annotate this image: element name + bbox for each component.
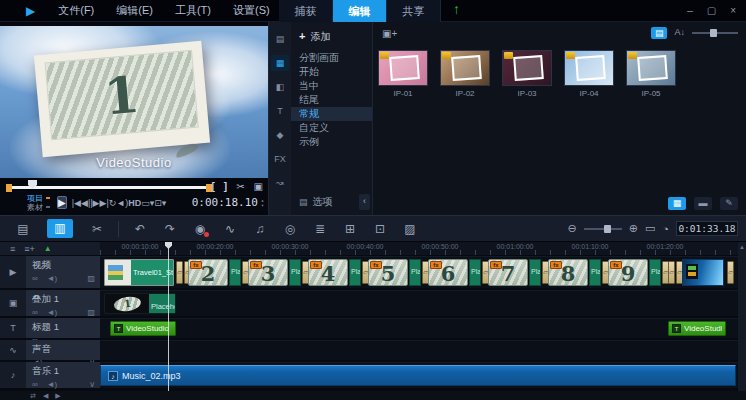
category-item[interactable]: 示例 [291, 135, 372, 149]
add-template-button[interactable]: +添加 [291, 22, 372, 51]
collapse-panel-button[interactable]: ‹ [359, 194, 370, 210]
gallery-view-toggle[interactable]: ▤ [651, 27, 668, 39]
tab-edit[interactable]: 编辑 [333, 0, 387, 22]
minimize-button[interactable]: – [687, 0, 693, 22]
duration-clock-icon[interactable]: ◔ [662, 223, 669, 235]
zoom-out-icon[interactable]: ⊖ [568, 222, 577, 235]
mode-clip[interactable]: 素材 [27, 203, 57, 212]
multi-trim-icon[interactable]: ✂ [82, 219, 112, 239]
intro-clip[interactable]: Travel01_Start [104, 259, 174, 286]
auto-music-icon[interactable]: ♫ [245, 219, 275, 239]
track-header-music[interactable]: ♪ 音乐 1∞◄)∨ [0, 362, 100, 388]
track-header-voice[interactable]: ∿ 声音◄)∨ [0, 340, 100, 360]
ripple-edit-icon[interactable]: ▲ [44, 244, 52, 253]
swap-track-view-icon[interactable]: ⇄ [30, 392, 36, 400]
music-clip[interactable]: ♪ Music_02.mp3 [100, 365, 736, 386]
close-button[interactable]: × [730, 0, 736, 22]
trim-handle-left[interactable] [6, 184, 12, 192]
show-options-toggle[interactable]: ▬ [694, 197, 712, 210]
template-thumbnail[interactable]: IP-04 [564, 50, 614, 98]
motion-tracking-icon[interactable]: ◎ [275, 219, 305, 239]
library-nav-instant-project[interactable]: ▦ [271, 55, 289, 71]
menu-tools[interactable]: 工具(T) [164, 3, 222, 18]
preview-options-button[interactable]: ⊡▾ [154, 198, 166, 208]
library-nav-motion-path[interactable]: ↝ [271, 175, 289, 191]
menu-settings[interactable]: 设置(S) [222, 3, 281, 18]
scroll-left-icon[interactable]: ◀ [43, 392, 48, 400]
category-item[interactable]: 结尾 [291, 93, 372, 107]
overlay-clip[interactable]: 1 Placeholder [104, 293, 176, 314]
timeline-playhead[interactable] [168, 242, 169, 391]
tab-capture[interactable]: 捕获 [279, 0, 333, 22]
display-ratio-button[interactable]: ▭▾ [141, 198, 154, 208]
track-link-icon[interactable]: ∞ [32, 380, 38, 389]
enlarge-preview-icon[interactable]: ▣ [254, 181, 263, 192]
storyboard-view-icon[interactable]: ▤ [8, 219, 38, 239]
play-button[interactable]: ▶ [57, 196, 67, 209]
maximize-button[interactable]: ▢ [707, 0, 716, 22]
image-clip[interactable]: fx2 [188, 259, 228, 286]
system-volume-button[interactable]: ◄) [116, 198, 128, 208]
vertical-scrollbar[interactable]: ▲ [738, 242, 746, 391]
track-transparency-icon[interactable]: ▨ [87, 308, 95, 317]
library-nav-graphic[interactable]: ◆ [271, 127, 289, 143]
fit-timeline-icon[interactable]: ▭ [645, 222, 655, 235]
placeholder-strip[interactable]: Placeholder [289, 259, 301, 286]
library-nav-filter[interactable]: FX [271, 151, 289, 167]
track-link-icon[interactable]: ∞ [32, 308, 38, 317]
placeholder-strip[interactable]: Placeholder [409, 259, 421, 286]
add-folder-icon[interactable]: ▣+ [382, 28, 397, 39]
preview-timecode[interactable]: 0:00:18.10▴▾ [192, 196, 264, 209]
track-transparency-icon[interactable]: ▨ [87, 274, 95, 283]
upgrade-arrow-icon[interactable]: ↑ [453, 1, 460, 17]
transition-icon[interactable]: ▱ [176, 261, 183, 284]
category-item[interactable]: 自定义 [291, 121, 372, 135]
track-header-title[interactable]: T 标题 1∞ [0, 318, 100, 338]
hd-preview-button[interactable]: HD [128, 198, 141, 208]
ending-clip[interactable] [682, 259, 724, 286]
template-thumbnail[interactable]: IP-03 [502, 50, 552, 98]
timeline-view-icon[interactable]: ▥ [47, 219, 73, 238]
subtitle-editor-icon[interactable]: ≣ [305, 219, 335, 239]
image-clip[interactable]: fx6 [428, 259, 468, 286]
track-header-overlay[interactable]: ▣ 叠加 1∞◄)▨ [0, 290, 100, 316]
sort-templates[interactable]: A↓ [674, 27, 685, 39]
timeline-ruler[interactable]: 00:00:10:0000:00:20:0000:00:30:0000:00:4… [100, 242, 738, 255]
template-thumbnail[interactable]: IP-02 [440, 50, 490, 98]
music-track-lane[interactable]: ♪ Music_02.mp3 [100, 362, 738, 388]
title-clip[interactable]: T VideoStudio [668, 321, 726, 336]
track-manager-icon[interactable]: ≡+ [24, 244, 35, 254]
thumbnail-size-slider[interactable] [692, 32, 738, 34]
image-clip[interactable]: fx7 [488, 259, 528, 286]
video-track-lane[interactable]: Travel01_Start▱▱fx2Placeholder▱fx3Placeh… [100, 256, 738, 288]
go-start-button[interactable]: |◀ [72, 198, 81, 208]
trim-bar-track[interactable] [11, 186, 207, 189]
library-nav-transition[interactable]: ◧ [271, 79, 289, 95]
track-header-video[interactable]: ▶ 视频∞◄)▨ [0, 256, 100, 288]
transition-icon[interactable]: ▱ [668, 261, 675, 284]
category-item[interactable]: 当中 [291, 79, 372, 93]
track-volume-icon[interactable]: ◄) [47, 380, 58, 389]
category-item[interactable]: 常规 [291, 107, 372, 121]
placeholder-strip[interactable]: Placeholder [589, 259, 601, 286]
undo-icon[interactable]: ↶ [125, 219, 155, 239]
split-clip-icon[interactable]: ✂ [236, 181, 244, 192]
category-item[interactable]: 开始 [291, 65, 372, 79]
record-capture-options-icon[interactable]: ◉ [185, 219, 215, 239]
image-clip[interactable]: fx8 [548, 259, 588, 286]
menu-file[interactable]: 文件(F) [47, 3, 105, 18]
trim-bar[interactable] [6, 183, 212, 192]
track-list-icon[interactable]: ≡ [10, 244, 15, 254]
sound-mixer-icon[interactable]: ∿ [215, 219, 245, 239]
library-nav-media[interactable]: ▤ [271, 31, 289, 47]
transition-icon[interactable]: ▱ [727, 261, 734, 284]
title-track-lane[interactable]: T VideoStudio T VideoStudio [100, 318, 738, 338]
go-end-button[interactable]: ▶| [100, 198, 109, 208]
split-screen-template-creator-icon[interactable]: ⊞ [335, 219, 365, 239]
track-volume-icon[interactable]: ◄) [47, 308, 58, 317]
options-button[interactable]: ▤选项 [299, 195, 333, 209]
track-link-icon[interactable]: ∞ [32, 274, 38, 283]
project-duration-timecode[interactable]: 0:01:33.18 [676, 221, 738, 236]
menu-edit[interactable]: 编辑(E) [105, 3, 164, 18]
image-clip[interactable]: fx4 [308, 259, 348, 286]
